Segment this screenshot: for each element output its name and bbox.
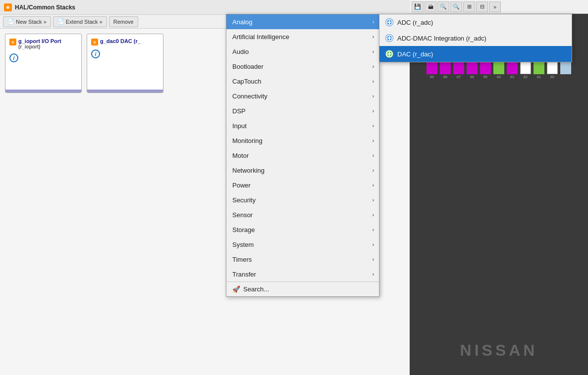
menu-item-transfer[interactable]: Transfer › xyxy=(226,267,379,281)
menu-arrow-storage: › xyxy=(373,227,374,233)
menu-item-audio[interactable]: Audio › xyxy=(226,44,379,59)
pin-diagram: VREFL0 89 AVSS0 88 xyxy=(410,14,588,375)
extend-stack-icon: 📄 xyxy=(57,18,64,25)
menu-arrow-captouch: › xyxy=(373,79,374,84)
menu-arrow-dsp: › xyxy=(373,108,374,114)
extend-stack-button[interactable]: 📄 Extend Stack » xyxy=(53,16,107,27)
menu-arrow-bootloader: › xyxy=(373,64,374,69)
panel-header-icon: ⊕ xyxy=(4,3,12,11)
remove-button[interactable]: Remove xyxy=(109,16,138,27)
menu-arrow-ai: › xyxy=(373,34,374,40)
context-menu: Analog › Artificial Intelligence › Audio… xyxy=(226,14,379,297)
toolbar-btn-7[interactable]: » xyxy=(489,1,501,12)
card1-bottom-bar xyxy=(5,90,81,93)
brand-area: NISSAN xyxy=(415,335,583,365)
menu-item-analog[interactable]: Analog › xyxy=(226,14,379,29)
toolbar-btn-3[interactable]: 🔍 xyxy=(437,1,449,12)
toolbar-btn-1[interactable]: 💾 xyxy=(412,1,424,12)
menu-item-system[interactable]: System › xyxy=(226,237,379,252)
brand-text: NISSAN xyxy=(460,341,538,360)
menu-arrow-timers: › xyxy=(373,257,374,262)
menu-arrow-security: › xyxy=(373,197,374,203)
menu-arrow-networking: › xyxy=(373,168,374,173)
menu-item-motor[interactable]: Motor › xyxy=(226,148,379,163)
submenu-icon-adc xyxy=(385,18,393,26)
submenu-item-adc-dmac[interactable]: ADC-DMAC Integration (r_adc) xyxy=(379,30,572,46)
card1-info-icon[interactable]: i xyxy=(9,53,18,62)
menu-item-sensor[interactable]: Sensor › xyxy=(226,207,379,222)
analog-submenu: ADC (r_adc) ADC-DMAC Integration (r_adc)… xyxy=(379,14,572,62)
submenu-item-dac[interactable]: DAC (r_dac) xyxy=(379,46,572,62)
menu-arrow-transfer: › xyxy=(373,272,374,277)
toolbar-btn-4[interactable]: 🔍 xyxy=(450,1,462,12)
menu-arrow-motor: › xyxy=(373,153,374,158)
toolbar-btn-5[interactable]: ⊞ xyxy=(463,1,475,12)
menu-arrow-audio: › xyxy=(373,49,374,54)
card2-bottom-bar xyxy=(87,90,163,93)
card2-info-icon[interactable]: i xyxy=(91,49,100,58)
menu-arrow-system: › xyxy=(373,242,374,247)
panel-header: ⊕ HAL/Common Stacks xyxy=(0,0,411,15)
stack-card-ioport[interactable]: S g_ioport I/O Port (r_ioport) i xyxy=(5,34,82,93)
menu-item-power[interactable]: Power › xyxy=(226,178,379,192)
toolbar-btn-2[interactable]: 🏔 xyxy=(425,1,436,12)
menu-arrow-analog: › xyxy=(373,19,374,25)
submenu-icon-dac xyxy=(385,50,393,58)
menu-arrow-sensor: › xyxy=(373,212,374,218)
card1-icon: S xyxy=(9,39,16,46)
menu-item-networking[interactable]: Networking › xyxy=(226,163,379,178)
new-stack-button[interactable]: 📄 New Stack » xyxy=(3,16,51,27)
menu-arrow-input: › xyxy=(373,123,374,129)
card1-title: S g_ioport I/O Port (r_ioport) xyxy=(9,38,77,49)
toolbar-right: 💾 🏔 🔍 🔍 ⊞ ⊟ » xyxy=(410,0,588,14)
menu-item-timers[interactable]: Timers › xyxy=(226,252,379,267)
search-rocket-icon: 🚀 xyxy=(232,285,240,293)
toolbar-btn-6[interactable]: ⊟ xyxy=(476,1,488,12)
menu-arrow-connectivity: › xyxy=(373,94,374,99)
submenu-icon-adc-dmac xyxy=(385,34,393,42)
stack-card-dac[interactable]: S g_dac0 DAC (r_ i xyxy=(87,34,163,93)
card2-title: S g_dac0 DAC (r_ xyxy=(91,38,159,46)
menu-arrow-power: › xyxy=(373,183,374,188)
new-stack-icon: 📄 xyxy=(7,18,14,25)
menu-item-bootloader[interactable]: Bootloader › xyxy=(226,59,379,74)
card2-icon: S xyxy=(91,39,98,46)
menu-item-ai[interactable]: Artificial Intelligence › xyxy=(226,29,379,44)
menu-item-security[interactable]: Security › xyxy=(226,192,379,207)
panel-title: HAL/Common Stacks xyxy=(15,4,75,11)
menu-search-item[interactable]: 🚀 Search... xyxy=(226,281,379,296)
menu-item-input[interactable]: Input › xyxy=(226,118,379,133)
menu-arrow-monitoring: › xyxy=(373,138,374,143)
menu-item-connectivity[interactable]: Connectivity › xyxy=(226,89,379,103)
menu-item-dsp[interactable]: DSP › xyxy=(226,103,379,118)
menu-item-monitoring[interactable]: Monitoring › xyxy=(226,133,379,148)
menu-item-captouch[interactable]: CapTouch › xyxy=(226,74,379,89)
menu-item-storage[interactable]: Storage › xyxy=(226,222,379,237)
submenu-item-adc[interactable]: ADC (r_adc) xyxy=(379,14,572,30)
